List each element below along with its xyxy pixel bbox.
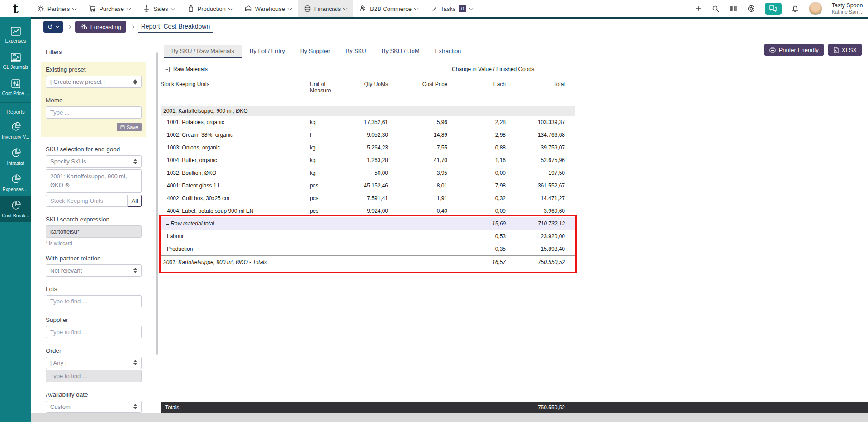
sidebar-item-cost-breakdown[interactable]: Cost Break... (0, 196, 31, 222)
select-stepper-icon (133, 159, 137, 164)
b2b-commerce-icon (360, 5, 367, 12)
tab-by-sku-uom[interactable]: By SKU / UoM (374, 45, 427, 58)
sidebar: Expenses GL Journals Cost Price ... Repo… (0, 17, 31, 422)
user-avatar[interactable] (809, 2, 822, 15)
purchase-cart-icon (89, 5, 96, 12)
user-info[interactable]: Tasty Spoon Katrine Søn ... (832, 2, 863, 15)
pie-chart-icon (10, 174, 21, 185)
col-total: Total (506, 81, 575, 87)
chevron-down-icon (127, 6, 131, 10)
col-each: Each (447, 81, 506, 87)
nav-warehouse[interactable]: Warehouse (239, 0, 297, 17)
partner-relation-select[interactable]: Not relevant (46, 264, 142, 277)
supplier-input[interactable] (46, 326, 142, 338)
col-uom: Unit of Measure (310, 81, 340, 94)
col-qty: Qty UoMs (362, 81, 388, 87)
wildcard-hint: * is wildcard (46, 240, 142, 246)
preset-box: Existing preset [ Create new preset ] Me… (41, 62, 146, 137)
select-stepper-icon (133, 268, 137, 273)
nav-tasks[interactable]: Tasks 0 (425, 0, 479, 17)
chevron-down-icon (228, 6, 232, 10)
selected-sku-tag[interactable]: 2001: Kartoffelsuppe, 900 ml, ØKO ⊗ (46, 169, 142, 193)
existing-preset-label: Existing preset (46, 66, 142, 73)
lots-input[interactable] (46, 295, 142, 307)
binoculars-icon (80, 24, 87, 30)
notifications-bell-icon[interactable] (791, 5, 799, 13)
sku-find-input[interactable] (46, 195, 128, 207)
select-stepper-icon (133, 79, 137, 85)
raw-material-total-row: = Raw material total 15,69 710.732,12 (161, 217, 575, 230)
app-window: t Partners Purchase Sales Production (0, 0, 868, 422)
forecasting-button[interactable]: Forecasting (75, 21, 126, 33)
sidebar-item-expenses-report[interactable]: Expenses ... (0, 170, 31, 196)
sidebar-item-expenses[interactable]: Expenses (0, 22, 31, 48)
all-button[interactable]: All (128, 195, 142, 207)
nav-partners[interactable]: Partners (31, 0, 82, 17)
chevron-down-icon (171, 6, 175, 10)
user-subtitle: Katrine Søn ... (832, 9, 863, 15)
sidebar-item-inventory-valuation[interactable]: Inventory V... (0, 117, 31, 144)
tasks-check-icon (431, 5, 437, 12)
chat-button[interactable] (765, 3, 782, 15)
nav-b2b-commerce[interactable]: B2B Commerce (354, 0, 424, 17)
brand-logo[interactable]: t (0, 0, 31, 17)
production-row: Production 0,35 15.898,40 (161, 243, 575, 255)
sidebar-item-gl-journals[interactable]: GL Journals (0, 48, 31, 74)
tab-by-sku-raw-materials[interactable]: By SKU / Raw Materials (164, 45, 242, 58)
nav-sales[interactable]: Sales (137, 0, 180, 17)
add-icon[interactable] (694, 5, 702, 13)
nav-purchase[interactable]: Purchase (83, 0, 136, 17)
nav-production[interactable]: Production (181, 0, 238, 17)
footer-totals-label: Totals (165, 404, 179, 411)
preset-select[interactable]: [ Create new preset ] (46, 76, 142, 88)
table-row[interactable]: 1001: Potatoes, organickg17.352,615,962,… (161, 116, 575, 129)
user-name: Tasty Spoon (832, 2, 863, 9)
chevron-down-icon (343, 6, 348, 10)
sku-selection-label: SKU selection for end good (46, 146, 142, 153)
select-stepper-icon (133, 360, 137, 365)
sidebar-divider (0, 102, 31, 103)
group-header-row: 2001: Kartoffelsuppe, 900 ml, ØKO (161, 106, 575, 116)
history-button[interactable]: ↺ (43, 21, 63, 33)
search-icon[interactable] (712, 5, 720, 13)
sku-search-expression-input[interactable] (46, 225, 142, 238)
save-preset-button[interactable]: Save (117, 123, 142, 131)
availability-date-select[interactable]: Custom (46, 401, 142, 413)
filters-scrollbar[interactable] (156, 52, 158, 355)
order-select[interactable]: [ Any ] (46, 357, 142, 369)
table-row[interactable]: 1003: Onions, organickg5.264,237,550,883… (161, 141, 575, 154)
lots-label: Lots (46, 286, 142, 293)
table-row[interactable]: 1004: Butter, organickg1.263,2841,701,16… (161, 154, 575, 167)
tab-extraction[interactable]: Extraction (427, 45, 469, 58)
warehouse-icon (245, 5, 252, 12)
horizontal-scrollbar[interactable] (31, 413, 868, 422)
remove-tag-icon[interactable]: ⊗ (65, 182, 70, 188)
sidebar-item-cost-price[interactable]: Cost Price ... (0, 74, 31, 101)
order-find-input[interactable] (46, 370, 142, 382)
sku-mode-select[interactable]: Specify SKUs (46, 155, 142, 168)
select-stepper-icon (133, 404, 137, 409)
chevron-down-icon (287, 6, 292, 10)
printer-friendly-button[interactable]: Printer Friendly (764, 44, 824, 56)
pie-chart-icon (10, 148, 21, 158)
raw-materials-toggle-row: − Raw Materials Change in Value / Finish… (161, 65, 575, 73)
tasks-count-badge: 0 (459, 5, 466, 12)
pie-chart-icon (10, 121, 21, 132)
xlsx-export-button[interactable]: XLSX (828, 44, 862, 56)
table-row[interactable]: 1032: Boullion, ØKOkg50,003,950,00197,50 (161, 167, 575, 179)
tab-by-sku[interactable]: By SKU (338, 45, 374, 58)
settings-gear-icon[interactable] (747, 5, 755, 13)
collapse-toggle[interactable]: − (164, 67, 170, 72)
table-row[interactable]: 4001: Patent glass 1 Lpcs45.152,468,017,… (161, 179, 575, 192)
save-floppy-icon (120, 125, 125, 129)
production-jar-icon (187, 5, 194, 12)
table-row[interactable]: 4002: Colli box, 30x25 cmpcs7.591,411,91… (161, 192, 575, 205)
barcode-icon[interactable] (730, 5, 738, 13)
nav-financials[interactable]: Financials (298, 0, 353, 17)
table-row[interactable]: 1002: Cream, 38%, organicl9.052,3014,892… (161, 129, 575, 141)
memo-input[interactable] (46, 106, 142, 119)
tab-by-supplier[interactable]: By Supplier (293, 45, 338, 58)
tab-by-lot-entry[interactable]: By Lot / Entry (242, 45, 293, 58)
sidebar-item-intrastat[interactable]: Intrastat (0, 144, 31, 170)
table-row[interactable]: 4004: Label, potato soup 900 ml ENpcs9.9… (161, 205, 575, 217)
